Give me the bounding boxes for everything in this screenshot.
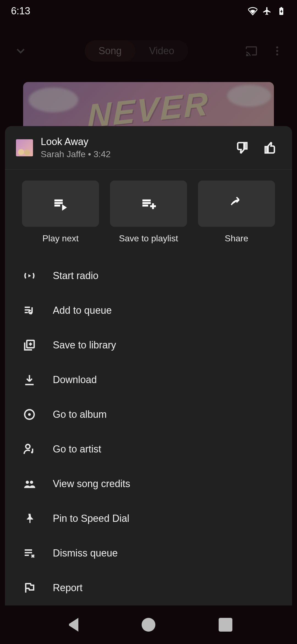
menu-credits[interactable]: View song credits — [5, 466, 292, 501]
svg-point-7 — [28, 413, 31, 416]
menu-add-queue[interactable]: Add to queue — [5, 293, 292, 328]
svg-point-2 — [276, 50, 278, 52]
queue-music-icon — [23, 304, 36, 317]
track-subtitle: Sarah Jaffe • 3:42 — [41, 149, 228, 159]
artist-icon — [23, 443, 36, 455]
album-art-text: NEVER — [87, 87, 209, 133]
flag-icon — [23, 582, 36, 594]
cast-icon[interactable] — [245, 45, 257, 57]
menu-label: Go to artist — [53, 443, 101, 455]
menu-pin[interactable]: Pin to Speed Dial — [5, 501, 292, 536]
svg-point-8 — [26, 444, 30, 449]
status-bar: 6:13 — [0, 0, 297, 22]
sheet-header: Look Away Sarah Jaffe • 3:42 — [5, 126, 292, 170]
track-meta: Look Away Sarah Jaffe • 3:42 — [41, 136, 228, 159]
track-title: Look Away — [41, 136, 228, 148]
nav-recent-button[interactable] — [219, 618, 232, 632]
nav-back-button[interactable] — [65, 618, 78, 632]
wifi-icon — [248, 6, 257, 16]
svg-point-1 — [276, 47, 278, 48]
svg-point-0 — [246, 55, 248, 56]
svg-point-4 — [30, 312, 32, 315]
svg-point-11 — [30, 481, 33, 484]
player-top-bar: Song Video — [0, 36, 297, 66]
song-video-segment[interactable]: Song Video — [85, 40, 188, 62]
menu-label: Go to album — [53, 409, 107, 420]
svg-point-10 — [26, 481, 29, 484]
action-tiles: Play next Save to playlist Share — [5, 170, 292, 250]
menu-label: Dismiss queue — [53, 547, 118, 559]
svg-point-9 — [31, 451, 33, 454]
people-icon — [23, 477, 36, 490]
more-vert-icon[interactable] — [271, 45, 283, 57]
menu-label: Report — [53, 582, 82, 594]
status-time: 6:13 — [11, 5, 30, 17]
chevron-down-icon[interactable] — [14, 44, 28, 58]
menu-label: Download — [53, 374, 97, 386]
menu-label: Save to library — [53, 339, 116, 351]
thumbs-up-icon[interactable] — [263, 141, 277, 155]
playlist-add-icon — [141, 196, 156, 211]
play-next-icon — [53, 196, 68, 211]
status-icons — [248, 6, 286, 16]
menu-download[interactable]: Download — [5, 362, 292, 397]
nav-home-button[interactable] — [142, 618, 155, 632]
library-add-icon — [23, 339, 36, 351]
radio-icon — [23, 269, 36, 282]
thumbs-down-icon[interactable] — [235, 141, 249, 155]
menu-label: Pin to Speed Dial — [53, 513, 129, 524]
track-thumbnail — [16, 139, 33, 156]
share-icon — [229, 196, 244, 211]
download-icon — [23, 373, 36, 386]
share-tile[interactable]: Share — [198, 181, 275, 244]
menu-save-library[interactable]: Save to library — [5, 328, 292, 362]
menu-go-artist[interactable]: Go to artist — [5, 432, 292, 466]
menu-dismiss-queue[interactable]: Dismiss queue — [5, 536, 292, 571]
battery-charging-icon — [277, 6, 286, 16]
pin-icon — [23, 512, 36, 525]
play-next-tile[interactable]: Play next — [22, 181, 99, 244]
menu-label: Add to queue — [53, 305, 112, 316]
dismiss-queue-icon — [23, 547, 36, 560]
menu-go-album[interactable]: Go to album — [5, 397, 292, 432]
system-nav-bar — [0, 605, 297, 644]
menu-label: Start radio — [53, 270, 98, 282]
segment-song[interactable]: Song — [85, 40, 135, 62]
share-label: Share — [225, 233, 248, 244]
action-sheet: Look Away Sarah Jaffe • 3:42 Play next S… — [5, 126, 292, 605]
svg-point-3 — [276, 53, 278, 55]
menu-start-radio[interactable]: Start radio — [5, 258, 292, 293]
save-playlist-tile[interactable]: Save to playlist — [110, 181, 187, 244]
segment-video[interactable]: Video — [135, 40, 188, 62]
menu-report[interactable]: Report — [5, 571, 292, 605]
menu-list: Start radio Add to queue Save to library… — [5, 250, 292, 605]
album-icon — [23, 408, 36, 421]
play-next-label: Play next — [42, 233, 79, 244]
save-playlist-label: Save to playlist — [119, 233, 178, 244]
menu-label: View song credits — [53, 478, 130, 490]
airplane-icon — [262, 6, 272, 16]
